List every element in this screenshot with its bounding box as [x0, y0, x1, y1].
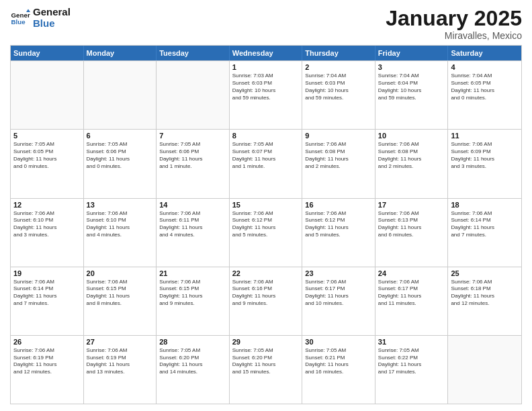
- day-info: Sunrise: 7:05 AMSunset: 6:20 PMDaylight:…: [232, 347, 300, 376]
- day-info: Sunrise: 7:04 AMSunset: 6:03 PMDaylight:…: [305, 73, 372, 101]
- day-info: Sunrise: 7:05 AMSunset: 6:05 PMDaylight:…: [13, 141, 81, 170]
- day-info: Sunrise: 7:06 AMSunset: 6:19 PMDaylight:…: [13, 347, 81, 376]
- day-number: 7: [159, 132, 226, 140]
- day-info: Sunrise: 7:05 AMSunset: 6:07 PMDaylight:…: [232, 141, 300, 170]
- svg-text:Blue: Blue: [11, 18, 26, 26]
- day-info: Sunrise: 7:05 AMSunset: 6:20 PMDaylight:…: [159, 347, 226, 376]
- logo-line1: General: [33, 7, 71, 18]
- empty-cell: [11, 61, 84, 129]
- day-cell-18: 18Sunrise: 7:06 AMSunset: 6:14 PMDayligh…: [448, 199, 521, 267]
- day-info: Sunrise: 7:06 AMSunset: 6:11 PMDaylight:…: [159, 210, 226, 239]
- day-cell-5: 5Sunrise: 7:05 AMSunset: 6:05 PMDaylight…: [11, 130, 84, 197]
- day-number: 17: [378, 201, 445, 209]
- day-number: 6: [87, 132, 154, 140]
- day-cell-10: 10Sunrise: 7:06 AMSunset: 6:08 PMDayligh…: [375, 130, 449, 197]
- day-info: Sunrise: 7:06 AMSunset: 6:18 PMDaylight:…: [451, 279, 519, 308]
- day-info: Sunrise: 7:06 AMSunset: 6:17 PMDaylight:…: [378, 279, 445, 308]
- day-info: Sunrise: 7:06 AMSunset: 6:14 PMDaylight:…: [13, 279, 81, 308]
- empty-cell: [448, 336, 521, 404]
- day-info: Sunrise: 7:05 AMSunset: 6:06 PMDaylight:…: [87, 141, 154, 170]
- day-info: Sunrise: 7:06 AMSunset: 6:08 PMDaylight:…: [305, 141, 372, 170]
- day-cell-11: 11Sunrise: 7:06 AMSunset: 6:09 PMDayligh…: [448, 130, 521, 197]
- day-number: 29: [232, 338, 300, 346]
- calendar-body: 1Sunrise: 7:03 AMSunset: 6:03 PMDaylight…: [11, 60, 521, 404]
- day-number: 26: [13, 338, 81, 346]
- page: General Blue General Blue January 2025 M…: [0, 0, 532, 411]
- day-number: 8: [232, 132, 300, 140]
- day-number: 12: [13, 201, 81, 209]
- day-cell-28: 28Sunrise: 7:05 AMSunset: 6:20 PMDayligh…: [157, 336, 230, 404]
- day-cell-26: 26Sunrise: 7:06 AMSunset: 6:19 PMDayligh…: [11, 336, 84, 404]
- day-info: Sunrise: 7:06 AMSunset: 6:15 PMDaylight:…: [87, 279, 154, 308]
- day-number: 28: [159, 338, 226, 346]
- day-number: 19: [13, 269, 81, 277]
- day-info: Sunrise: 7:04 AMSunset: 6:04 PMDaylight:…: [378, 73, 445, 101]
- day-number: 16: [305, 201, 372, 209]
- day-number: 15: [232, 201, 300, 209]
- day-cell-1: 1Sunrise: 7:03 AMSunset: 6:03 PMDaylight…: [230, 61, 303, 129]
- day-cell-27: 27Sunrise: 7:06 AMSunset: 6:19 PMDayligh…: [84, 336, 157, 404]
- day-number: 9: [305, 132, 372, 140]
- week-row-2: 12Sunrise: 7:06 AMSunset: 6:10 PMDayligh…: [11, 198, 521, 267]
- day-info: Sunrise: 7:06 AMSunset: 6:19 PMDaylight:…: [87, 347, 154, 376]
- header: General Blue General Blue January 2025 M…: [10, 7, 522, 41]
- week-row-1: 5Sunrise: 7:05 AMSunset: 6:05 PMDaylight…: [11, 129, 521, 197]
- day-info: Sunrise: 7:06 AMSunset: 6:12 PMDaylight:…: [232, 210, 300, 239]
- day-cell-13: 13Sunrise: 7:06 AMSunset: 6:10 PMDayligh…: [84, 199, 157, 267]
- day-number: 5: [13, 132, 81, 140]
- day-cell-16: 16Sunrise: 7:06 AMSunset: 6:12 PMDayligh…: [302, 199, 375, 267]
- calendar: SundayMondayTuesdayWednesdayThursdayFrid…: [10, 45, 522, 404]
- day-cell-30: 30Sunrise: 7:05 AMSunset: 6:21 PMDayligh…: [302, 336, 375, 404]
- day-number: 11: [451, 132, 519, 140]
- day-number: 18: [451, 201, 519, 209]
- header-cell-friday: Friday: [375, 46, 449, 60]
- day-number: 27: [87, 338, 154, 346]
- week-row-3: 19Sunrise: 7:06 AMSunset: 6:14 PMDayligh…: [11, 267, 521, 335]
- day-cell-6: 6Sunrise: 7:05 AMSunset: 6:06 PMDaylight…: [84, 130, 157, 197]
- day-number: 24: [378, 269, 445, 277]
- day-info: Sunrise: 7:06 AMSunset: 6:14 PMDaylight:…: [451, 210, 519, 239]
- logo-line2: Blue: [33, 18, 71, 30]
- day-cell-29: 29Sunrise: 7:05 AMSunset: 6:20 PMDayligh…: [230, 336, 303, 404]
- day-info: Sunrise: 7:03 AMSunset: 6:03 PMDaylight:…: [232, 73, 300, 101]
- header-cell-monday: Monday: [84, 46, 157, 60]
- day-info: Sunrise: 7:05 AMSunset: 6:06 PMDaylight:…: [159, 141, 226, 170]
- day-number: 23: [305, 269, 372, 277]
- day-cell-20: 20Sunrise: 7:06 AMSunset: 6:15 PMDayligh…: [84, 267, 157, 335]
- day-cell-12: 12Sunrise: 7:06 AMSunset: 6:10 PMDayligh…: [11, 199, 84, 267]
- day-cell-31: 31Sunrise: 7:05 AMSunset: 6:22 PMDayligh…: [375, 336, 449, 404]
- header-cell-sunday: Sunday: [11, 46, 84, 60]
- day-number: 4: [451, 63, 519, 71]
- day-info: Sunrise: 7:05 AMSunset: 6:21 PMDaylight:…: [305, 347, 372, 376]
- day-number: 13: [87, 201, 154, 209]
- week-row-4: 26Sunrise: 7:06 AMSunset: 6:19 PMDayligh…: [11, 335, 521, 404]
- empty-cell: [157, 61, 230, 129]
- day-cell-19: 19Sunrise: 7:06 AMSunset: 6:14 PMDayligh…: [11, 267, 84, 335]
- day-cell-7: 7Sunrise: 7:05 AMSunset: 6:06 PMDaylight…: [157, 130, 230, 197]
- day-cell-15: 15Sunrise: 7:06 AMSunset: 6:12 PMDayligh…: [230, 199, 303, 267]
- day-number: 22: [232, 269, 300, 277]
- day-number: 31: [378, 338, 445, 346]
- header-cell-saturday: Saturday: [448, 46, 521, 60]
- logo-icon: General Blue: [10, 8, 30, 28]
- day-cell-9: 9Sunrise: 7:06 AMSunset: 6:08 PMDaylight…: [302, 130, 375, 197]
- day-cell-21: 21Sunrise: 7:06 AMSunset: 6:15 PMDayligh…: [157, 267, 230, 335]
- day-number: 21: [159, 269, 226, 277]
- day-number: 1: [232, 63, 300, 71]
- calendar-header: SundayMondayTuesdayWednesdayThursdayFrid…: [11, 46, 521, 60]
- day-number: 10: [378, 132, 445, 140]
- day-number: 30: [305, 338, 372, 346]
- svg-text:General: General: [11, 11, 31, 18]
- day-info: Sunrise: 7:05 AMSunset: 6:22 PMDaylight:…: [378, 347, 445, 376]
- week-row-0: 1Sunrise: 7:03 AMSunset: 6:03 PMDaylight…: [11, 60, 521, 129]
- day-cell-8: 8Sunrise: 7:05 AMSunset: 6:07 PMDaylight…: [230, 130, 303, 197]
- day-info: Sunrise: 7:06 AMSunset: 6:10 PMDaylight:…: [13, 210, 81, 239]
- day-cell-25: 25Sunrise: 7:06 AMSunset: 6:18 PMDayligh…: [448, 267, 521, 335]
- day-cell-22: 22Sunrise: 7:06 AMSunset: 6:16 PMDayligh…: [230, 267, 303, 335]
- day-info: Sunrise: 7:06 AMSunset: 6:17 PMDaylight:…: [305, 279, 372, 308]
- title-block: January 2025 Miravalles, Mexico: [386, 7, 522, 41]
- day-info: Sunrise: 7:06 AMSunset: 6:10 PMDaylight:…: [87, 210, 154, 239]
- header-cell-thursday: Thursday: [302, 46, 375, 60]
- day-number: 25: [451, 269, 519, 277]
- day-info: Sunrise: 7:04 AMSunset: 6:05 PMDaylight:…: [451, 73, 519, 101]
